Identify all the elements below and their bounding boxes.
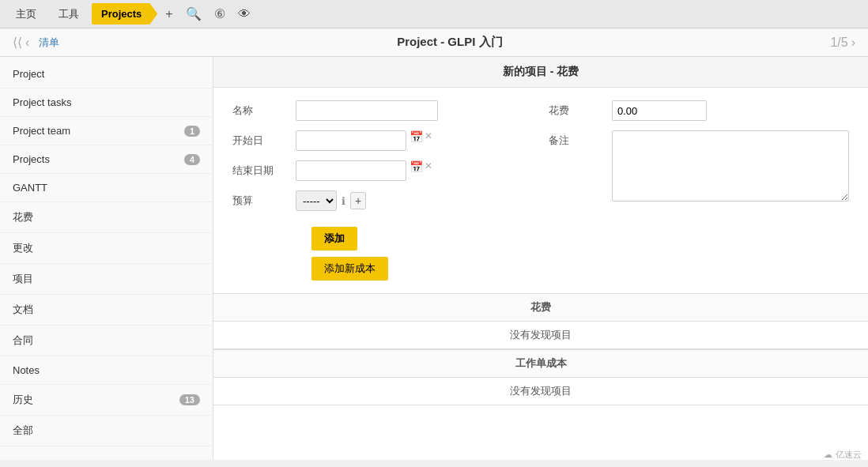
nav-arrows: ⟨⟨ ‹ [13,35,29,50]
add-button[interactable]: 添加 [311,227,357,250]
sidebar-label-gantt: GANTT [13,182,47,194]
sidebar-item-all[interactable]: 全部 [0,416,213,446]
eye-icon[interactable]: 👁 [233,4,255,24]
budget-controls: ----- ℹ + [296,190,366,211]
end-date-calendar-icon[interactable]: 📅 [409,160,423,173]
sidebar-label-document: 文档 [13,303,33,317]
sidebar-item-cost[interactable]: 花费 [0,202,213,233]
search-icon[interactable]: 🔍 [181,3,206,24]
cost-input[interactable] [612,100,707,121]
sidebar-item-history[interactable]: 历史 13 [0,385,213,416]
budget-select[interactable]: ----- [296,190,337,211]
sidebar-item-project[interactable]: Project [0,60,213,89]
content-area: 新的项目 - 花费 名称 开始日 📅 ✕ [213,57,868,460]
top-nav: 主页 工具 Projects + 🔍 ⑥ 👁 [0,0,868,28]
page-title: Project - GLPI 入门 [69,35,830,50]
work-order-section-title: 工作单成本 [213,349,868,378]
main-layout: Project Project tasks Project team 1 Pro… [0,57,868,460]
watermark: ☁ 亿速云 [824,449,862,460]
sidebar-label-projects: Projects [13,153,50,165]
sidebar-item-notes[interactable]: Notes [0,356,213,385]
sidebar-item-gantt[interactable]: GANTT [0,174,213,202]
cost-row: 花费 [549,100,849,121]
budget-add-icon[interactable]: + [350,192,366,209]
cost-section-title: 花费 [213,293,868,322]
add-icon[interactable]: + [160,4,177,24]
pagination: 1/5 › [830,36,855,50]
remark-label: 备注 [549,130,612,148]
name-label: 名称 [232,100,296,118]
name-row: 名称 [232,100,525,121]
form-header: 新的项目 - 花费 [213,57,868,88]
cost-no-items: 没有发现项目 [213,322,868,349]
sidebar-label-items: 项目 [13,272,33,286]
start-date-clear-icon[interactable]: ✕ [425,130,432,141]
sidebar-label-all: 全部 [13,424,33,438]
budget-info-icon[interactable]: ℹ [342,195,345,207]
end-date-clear-icon[interactable]: ✕ [425,160,432,171]
budget-label: 预算 [232,190,296,208]
sidebar-label-project-team: Project team [13,125,70,137]
sidebar-item-document[interactable]: 文档 [0,295,213,326]
sidebar-badge-history: 13 [179,394,200,405]
sidebar: Project Project tasks Project team 1 Pro… [0,57,213,460]
nav-tools[interactable]: 工具 [49,2,89,26]
sidebar-item-projects[interactable]: Projects 4 [0,145,213,174]
breadcrumb-list[interactable]: 清单 [39,36,59,50]
sidebar-item-project-tasks[interactable]: Project tasks [0,89,213,117]
end-date-input[interactable] [296,160,406,181]
sidebar-item-items[interactable]: 项目 [0,264,213,295]
work-order-no-items: 没有发现项目 [213,378,868,405]
sidebar-label-notes: Notes [13,364,40,376]
name-input[interactable] [296,100,438,121]
nav-next-button[interactable]: › [851,36,855,50]
sidebar-label-project: Project [13,68,44,80]
end-date-row: 结束日期 📅 ✕ [232,160,525,181]
sidebar-label-cost: 花费 [13,210,33,224]
sidebar-item-project-team[interactable]: Project team 1 [0,117,213,145]
sidebar-item-change[interactable]: 更改 [0,233,213,264]
start-date-row: 开始日 📅 ✕ [232,130,525,151]
sidebar-label-history: 历史 [13,393,33,407]
nav-first-button[interactable]: ⟨⟨ [13,35,22,50]
left-col: 名称 开始日 📅 ✕ 结束日期 📅 ✕ [232,100,525,220]
watermark-text: 亿速云 [836,449,862,460]
sidebar-label-project-tasks: Project tasks [13,96,71,108]
right-col: 花费 备注 [525,100,849,220]
cost-label: 花费 [549,100,612,118]
start-date-calendar-icon[interactable]: 📅 [409,130,423,143]
end-date-label: 结束日期 [232,160,296,178]
nav-projects[interactable]: Projects [92,3,157,24]
sidebar-label-contract: 合同 [13,333,33,348]
branches-icon[interactable]: ⑥ [209,3,230,24]
nav-prev-button[interactable]: ‹ [25,36,29,50]
start-date-label: 开始日 [232,130,296,148]
sidebar-item-contract[interactable]: 合同 [0,326,213,356]
watermark-logo: ☁ [824,450,832,460]
sidebar-badge-projects: 4 [184,154,200,165]
sidebar-label-change: 更改 [13,241,33,255]
budget-row: 预算 ----- ℹ + [232,190,525,211]
sidebar-badge-project-team: 1 [184,126,200,137]
remark-textarea[interactable] [612,130,849,201]
add-new-cost-button[interactable]: 添加新成本 [311,257,388,281]
button-row: 添加 添加新成本 [311,227,849,281]
nav-home[interactable]: 主页 [6,2,46,26]
remark-row: 备注 [549,130,849,201]
two-col-form: 名称 开始日 📅 ✕ 结束日期 📅 ✕ [232,100,849,220]
start-date-input[interactable] [296,130,406,151]
content-header: ⟨⟨ ‹ 清单 Project - GLPI 入门 1/5 › [0,28,868,57]
form-body: 名称 开始日 📅 ✕ 结束日期 📅 ✕ [213,88,868,293]
